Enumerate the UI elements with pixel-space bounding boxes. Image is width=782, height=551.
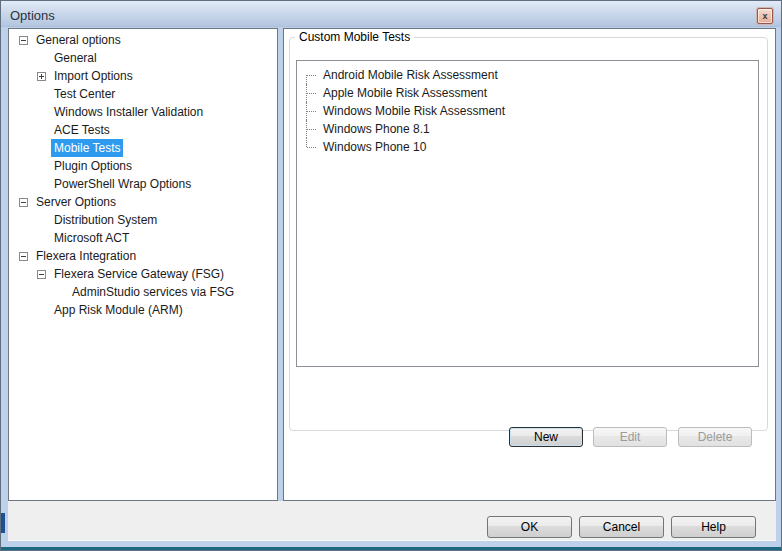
list-item-windows-phone-8-1[interactable]: Windows Phone 8.1	[297, 120, 758, 138]
close-icon[interactable]: x	[757, 8, 773, 24]
list-item-android-mobile-risk-assessment[interactable]: Android Mobile Risk Assessment	[297, 66, 758, 84]
tree-indent-spacer	[37, 126, 46, 135]
list-item-apple-mobile-risk-assessment[interactable]: Apple Mobile Risk Assessment	[297, 84, 758, 102]
tree-item-powershell-wrap-options[interactable]: PowerShell Wrap Options	[9, 175, 277, 193]
tree-item-general-options[interactable]: General options	[9, 31, 277, 49]
window-bottom-edge	[1, 547, 781, 550]
list-item-windows-phone-10[interactable]: Windows Phone 10	[297, 138, 758, 156]
tree-item-label: Flexera Integration	[33, 247, 139, 265]
tree-indent-spacer	[37, 180, 46, 189]
tree-indent-spacer	[37, 144, 46, 153]
tree-item-app-risk-module-arm[interactable]: App Risk Module (ARM)	[9, 301, 277, 319]
list-item-windows-mobile-risk-assessment[interactable]: Windows Mobile Risk Assessment	[297, 102, 758, 120]
list-item-label: Android Mobile Risk Assessment	[323, 68, 498, 82]
custom-mobile-tests-groupbox: Custom Mobile Tests Android Mobile Risk …	[289, 37, 768, 431]
tree-line-horizontal	[307, 93, 316, 94]
tree-item-label: ACE Tests	[51, 121, 113, 139]
tree-item-label: Microsoft ACT	[51, 229, 132, 247]
tree-item-label: Server Options	[33, 193, 119, 211]
list-item-label: Windows Phone 10	[323, 140, 426, 154]
ok-button[interactable]: OK	[487, 516, 572, 538]
background-window-artifact	[1, 513, 5, 533]
tree-item-label: App Risk Module (ARM)	[51, 301, 186, 319]
tree-item-plugin-options[interactable]: Plugin Options	[9, 157, 277, 175]
tree-item-label: Test Center	[51, 85, 118, 103]
tree-line-horizontal	[307, 75, 316, 76]
collapse-minus-icon[interactable]	[19, 252, 28, 261]
tree-item-label: General	[51, 49, 100, 67]
tree-item-microsoft-act[interactable]: Microsoft ACT	[9, 229, 277, 247]
help-button[interactable]: Help	[671, 516, 756, 538]
tree-item-label: Mobile Tests	[51, 139, 123, 157]
options-tree: General optionsGeneralImport OptionsTest…	[9, 29, 277, 319]
tree-indent-spacer	[37, 162, 46, 171]
tree-item-adminstudio-services-via-fsg[interactable]: AdminStudio services via FSG	[9, 283, 277, 301]
tree-indent-spacer	[37, 234, 46, 243]
list-item-label: Windows Phone 8.1	[323, 122, 430, 136]
tree-indent-spacer	[37, 90, 46, 99]
tree-item-windows-installer-validation[interactable]: Windows Installer Validation	[9, 103, 277, 121]
groupbox-title: Custom Mobile Tests	[295, 30, 414, 44]
tree-indent-spacer	[37, 108, 46, 117]
title-bar[interactable]: Options x	[1, 1, 781, 27]
tree-item-label: Import Options	[51, 67, 136, 85]
tree-indent-spacer	[37, 54, 46, 63]
tree-item-label: Plugin Options	[51, 157, 135, 175]
tree-item-flexera-integration[interactable]: Flexera Integration	[9, 247, 277, 265]
settings-panel: Custom Mobile Tests Android Mobile Risk …	[283, 28, 776, 501]
options-dialog: Options x General optionsGeneralImport O…	[0, 0, 782, 551]
delete-button: Delete	[678, 427, 752, 447]
collapse-minus-icon[interactable]	[37, 270, 46, 279]
options-tree-panel: General optionsGeneralImport OptionsTest…	[8, 28, 278, 501]
tree-item-server-options[interactable]: Server Options	[9, 193, 277, 211]
tree-line-horizontal	[307, 147, 316, 148]
tree-item-import-options[interactable]: Import Options	[9, 67, 277, 85]
tree-item-label: AdminStudio services via FSG	[69, 283, 237, 301]
tree-item-label: PowerShell Wrap Options	[51, 175, 194, 193]
tree-item-distribution-system[interactable]: Distribution System	[9, 211, 277, 229]
list-item-label: Windows Mobile Risk Assessment	[323, 104, 505, 118]
list-item-label: Apple Mobile Risk Assessment	[323, 86, 487, 100]
edit-button: Edit	[593, 427, 667, 447]
window-title: Options	[10, 8, 55, 23]
tree-indent-spacer	[37, 216, 46, 225]
tree-item-general[interactable]: General	[9, 49, 277, 67]
tree-item-label: Flexera Service Gateway (FSG)	[51, 265, 227, 283]
collapse-minus-icon[interactable]	[19, 198, 28, 207]
tree-item-label: Windows Installer Validation	[51, 103, 206, 121]
custom-mobile-tests-list: Android Mobile Risk AssessmentApple Mobi…	[296, 60, 759, 367]
cancel-button[interactable]: Cancel	[579, 516, 664, 538]
tree-line-vertical	[306, 75, 307, 84]
new-button[interactable]: New	[509, 427, 583, 447]
tree-item-mobile-tests[interactable]: Mobile Tests	[9, 139, 277, 157]
tree-line-horizontal	[307, 129, 316, 130]
collapse-minus-icon[interactable]	[19, 36, 28, 45]
tree-line-horizontal	[307, 111, 316, 112]
tree-line-vertical	[306, 138, 307, 147]
tree-indent-spacer	[37, 306, 46, 315]
tree-item-label: General options	[33, 31, 124, 49]
tree-item-test-center[interactable]: Test Center	[9, 85, 277, 103]
tree-indent-spacer	[55, 288, 64, 297]
tree-item-label: Distribution System	[51, 211, 160, 229]
tree-item-flexera-service-gateway-fsg[interactable]: Flexera Service Gateway (FSG)	[9, 265, 277, 283]
tree-item-ace-tests[interactable]: ACE Tests	[9, 121, 277, 139]
expand-plus-icon[interactable]	[37, 72, 46, 81]
